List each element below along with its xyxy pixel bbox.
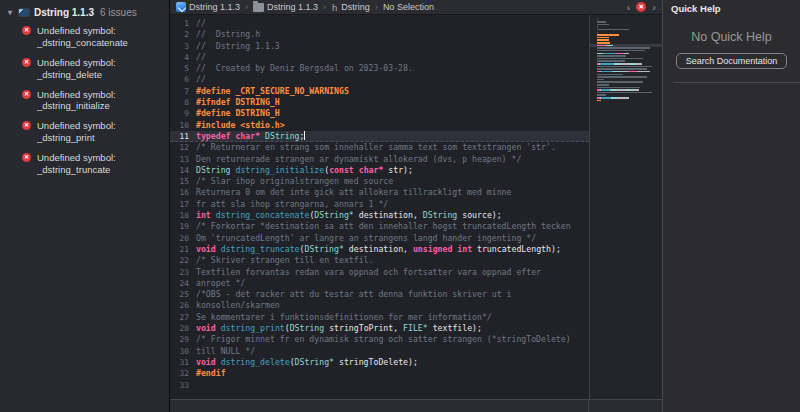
line-number[interactable]: 22: [170, 255, 196, 266]
code-line[interactable]: 27Se kommentarer i funktionsdefinitionen…: [170, 312, 589, 323]
code-line[interactable]: 15/* Slar ihop originalstrangen med sour…: [170, 176, 589, 187]
code-line[interactable]: 9#define DSTRING_H: [170, 108, 589, 119]
code-line[interactable]: 19/* Forkortar *destination sa att den i…: [170, 221, 589, 232]
line-number[interactable]: 30: [170, 346, 196, 357]
code-line[interactable]: 31void dstring_delete(DString* stringToD…: [170, 357, 589, 368]
code-line[interactable]: 17fr att sla ihop strangarna, annars 1 *…: [170, 199, 589, 210]
code-line[interactable]: 11typedef char* DString;: [170, 131, 589, 142]
code-line[interactable]: 25/*OBS - det racker att du testar att d…: [170, 289, 589, 300]
line-number[interactable]: 20: [170, 233, 196, 244]
line-number[interactable]: 1: [170, 18, 196, 29]
code-line[interactable]: 16Returnera 0 om det inte gick att allok…: [170, 187, 589, 198]
line-number[interactable]: 4: [170, 52, 196, 63]
issue-row[interactable]: ✕Undefined symbol:_dstring_initialize: [0, 85, 169, 117]
line-number[interactable]: 7: [170, 86, 196, 97]
line-number[interactable]: 18: [170, 210, 196, 221]
code-line[interactable]: 13Den returnerade strangen ar dynamiskt …: [170, 154, 589, 165]
line-number[interactable]: 14: [170, 165, 196, 176]
code-line[interactable]: 30till NULL */: [170, 346, 589, 357]
breadcrumb-segment[interactable]: Dstring 1.1.3: [253, 2, 318, 12]
code-line[interactable]: 18int dstring_concatenate(DString* desti…: [170, 210, 589, 221]
code-line[interactable]: 1//: [170, 18, 589, 29]
line-number[interactable]: 8: [170, 97, 196, 108]
project-issues-header[interactable]: ▾ Dstring 1.1.3 6 issues: [0, 5, 169, 21]
minimap-line: [597, 47, 650, 49]
code-line[interactable]: 2// Dstring.h: [170, 29, 589, 40]
code-line[interactable]: 14DString dstring_initialize(const char*…: [170, 165, 589, 176]
horizontal-scrollbar[interactable]: [170, 399, 662, 412]
line-number[interactable]: 15: [170, 176, 196, 187]
code-line[interactable]: 3// Dstring 1.1.3: [170, 41, 589, 52]
line-number[interactable]: 12: [170, 142, 196, 153]
code-line[interactable]: 4//: [170, 52, 589, 63]
line-number[interactable]: 9: [170, 108, 196, 119]
previous-issue-button[interactable]: ‹: [627, 2, 631, 13]
code-line[interactable]: 29/* Frigor minnet fr en dynamisk strang…: [170, 334, 589, 345]
issue-title: Undefined symbol:: [37, 57, 116, 69]
editor-minimap[interactable]: [589, 15, 662, 399]
code-line[interactable]: 33: [170, 380, 589, 391]
chevron-down-icon[interactable]: ▾: [6, 8, 14, 17]
breadcrumb-separator-icon: ›: [375, 2, 378, 12]
line-number[interactable]: 23: [170, 267, 196, 278]
breadcrumb-segment[interactable]: No Selection: [383, 2, 434, 12]
code-line[interactable]: 23Textfilen forvantas redan vara oppnad …: [170, 267, 589, 278]
issue-title: Undefined symbol:: [37, 120, 116, 132]
code-line[interactable]: 7#define _CRT_SECURE_NO_WARNINGS: [170, 86, 589, 97]
line-number[interactable]: 25: [170, 289, 196, 300]
source-editor[interactable]: 1//2// Dstring.h3// Dstring 1.1.34//5// …: [170, 15, 589, 399]
issue-row[interactable]: ✕Undefined symbol:_dstring_concatenate: [0, 21, 169, 53]
line-number[interactable]: 16: [170, 187, 196, 198]
line-number[interactable]: 6: [170, 74, 196, 85]
breadcrumb-segment[interactable]: hDstring: [331, 2, 370, 13]
line-number[interactable]: 32: [170, 368, 196, 379]
search-documentation-button[interactable]: Search Documentation: [676, 53, 788, 69]
issue-row[interactable]: ✕Undefined symbol:_dstring_print: [0, 116, 169, 148]
line-number[interactable]: 2: [170, 29, 196, 40]
next-issue-button[interactable]: ›: [652, 2, 656, 13]
code-line[interactable]: 32#endif: [170, 368, 589, 379]
line-number[interactable]: 21: [170, 244, 196, 255]
line-number[interactable]: 29: [170, 334, 196, 345]
issue-title: Undefined symbol:: [37, 25, 128, 37]
code-line[interactable]: 6//: [170, 74, 589, 85]
breadcrumb-segment[interactable]: Dstring 1.1.3: [176, 2, 240, 12]
line-number[interactable]: 5: [170, 63, 196, 74]
error-icon: ✕: [22, 26, 31, 35]
code-line[interactable]: 28void dstring_print(DString stringToPri…: [170, 323, 589, 334]
code-line[interactable]: 8#ifndef DSTRING_H: [170, 97, 589, 108]
code-line[interactable]: 22/* Skriver strangen till en textfil.: [170, 255, 589, 266]
line-number[interactable]: 17: [170, 199, 196, 210]
code-line[interactable]: 5// Created by Deniz Bergsdal on 2023-03…: [170, 63, 589, 74]
line-number[interactable]: 24: [170, 278, 196, 289]
jump-bar: Dstring 1.1.3›Dstring 1.1.3›hDstring›No …: [170, 0, 662, 15]
line-number[interactable]: 27: [170, 312, 196, 323]
issue-row[interactable]: ✕Undefined symbol:_dstring_truncate: [0, 148, 169, 180]
breadcrumb-separator-icon: ›: [245, 2, 248, 12]
code-line[interactable]: 20Om 'truncatedLength' ar langre an stra…: [170, 233, 589, 244]
line-number[interactable]: 33: [170, 380, 196, 391]
minimap-line: [597, 39, 609, 41]
quick-help-empty-text: No Quick Help: [663, 30, 800, 44]
line-number[interactable]: 19: [170, 221, 196, 232]
code-line[interactable]: 26konsollen/skarmen: [170, 300, 589, 311]
issue-title: Undefined symbol:: [37, 152, 116, 164]
code-line[interactable]: 10#include <stdio.h>: [170, 120, 589, 131]
code-line[interactable]: 24anropet */: [170, 278, 589, 289]
line-number[interactable]: 10: [170, 120, 196, 131]
minimap-line: [597, 71, 650, 73]
line-number[interactable]: 28: [170, 323, 196, 334]
line-number[interactable]: 26: [170, 300, 196, 311]
error-icon: ✕: [22, 153, 31, 162]
line-number[interactable]: 13: [170, 154, 196, 165]
code-line[interactable]: 21void dstring_truncate(DString* destina…: [170, 244, 589, 255]
minimap-line: [597, 84, 609, 86]
minimap-line: [597, 94, 606, 96]
minimap-line: [597, 97, 629, 99]
line-number[interactable]: 3: [170, 41, 196, 52]
issue-row[interactable]: ✕Undefined symbol:_dstring_delete: [0, 53, 169, 85]
line-number[interactable]: 31: [170, 357, 196, 368]
error-badge-icon[interactable]: ✕: [636, 2, 646, 12]
line-number[interactable]: 11: [170, 131, 196, 141]
code-line[interactable]: 12/* Returnerar en strang som innehaller…: [170, 142, 589, 153]
